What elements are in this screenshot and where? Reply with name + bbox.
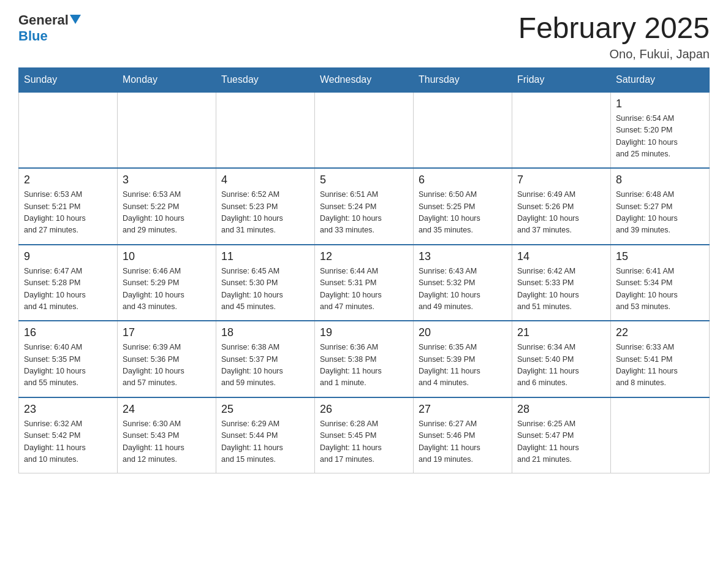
calendar-cell: 11Sunrise: 6:45 AM Sunset: 5:30 PM Dayli…	[216, 245, 315, 321]
calendar-cell	[414, 92, 512, 169]
day-info: Sunrise: 6:35 AM Sunset: 5:39 PM Dayligh…	[419, 342, 507, 389]
day-number: 19	[320, 326, 408, 339]
calendar-week-2: 2Sunrise: 6:53 AM Sunset: 5:21 PM Daylig…	[19, 168, 710, 245]
day-info: Sunrise: 6:28 AM Sunset: 5:45 PM Dayligh…	[320, 418, 408, 466]
day-info: Sunrise: 6:43 AM Sunset: 5:32 PM Dayligh…	[419, 266, 507, 313]
day-info: Sunrise: 6:40 AM Sunset: 5:35 PM Dayligh…	[24, 342, 112, 389]
title-section: February 2025 Ono, Fukui, Japan	[518, 12, 710, 61]
day-number: 27	[419, 403, 507, 416]
day-number: 5	[320, 174, 408, 186]
calendar-cell: 2Sunrise: 6:53 AM Sunset: 5:21 PM Daylig…	[19, 168, 118, 245]
day-number: 10	[123, 250, 211, 263]
day-info: Sunrise: 6:25 AM Sunset: 5:47 PM Dayligh…	[517, 418, 605, 466]
calendar-table: SundayMondayTuesdayWednesdayThursdayFrid…	[18, 67, 710, 474]
day-info: Sunrise: 6:51 AM Sunset: 5:24 PM Dayligh…	[320, 189, 408, 237]
month-title: February 2025	[518, 12, 710, 45]
calendar-cell: 16Sunrise: 6:40 AM Sunset: 5:35 PM Dayli…	[19, 321, 118, 397]
calendar-cell: 1Sunrise: 6:54 AM Sunset: 5:20 PM Daylig…	[611, 92, 710, 169]
calendar-cell: 28Sunrise: 6:25 AM Sunset: 5:47 PM Dayli…	[512, 397, 611, 473]
calendar-header-friday: Friday	[512, 67, 611, 92]
logo-blue: Blue	[18, 28, 48, 44]
calendar-cell	[315, 92, 414, 169]
day-number: 15	[616, 250, 704, 263]
day-info: Sunrise: 6:32 AM Sunset: 5:42 PM Dayligh…	[24, 418, 112, 466]
calendar-cell: 20Sunrise: 6:35 AM Sunset: 5:39 PM Dayli…	[414, 321, 512, 397]
calendar-header-tuesday: Tuesday	[216, 67, 315, 92]
calendar-cell: 19Sunrise: 6:36 AM Sunset: 5:38 PM Dayli…	[315, 321, 414, 397]
day-info: Sunrise: 6:29 AM Sunset: 5:44 PM Dayligh…	[221, 418, 309, 466]
day-info: Sunrise: 6:46 AM Sunset: 5:29 PM Dayligh…	[123, 266, 211, 313]
calendar-header-row: SundayMondayTuesdayWednesdayThursdayFrid…	[19, 67, 710, 92]
calendar-week-3: 9Sunrise: 6:47 AM Sunset: 5:28 PM Daylig…	[19, 245, 710, 321]
calendar-cell: 14Sunrise: 6:42 AM Sunset: 5:33 PM Dayli…	[512, 245, 611, 321]
calendar-cell: 12Sunrise: 6:44 AM Sunset: 5:31 PM Dayli…	[315, 245, 414, 321]
day-number: 23	[24, 403, 112, 416]
calendar-cell: 25Sunrise: 6:29 AM Sunset: 5:44 PM Dayli…	[216, 397, 315, 473]
day-info: Sunrise: 6:54 AM Sunset: 5:20 PM Dayligh…	[616, 113, 704, 161]
day-number: 3	[123, 174, 211, 186]
day-number: 25	[221, 403, 309, 416]
day-number: 4	[221, 174, 309, 186]
calendar-cell: 4Sunrise: 6:52 AM Sunset: 5:23 PM Daylig…	[216, 168, 315, 245]
calendar-cell: 17Sunrise: 6:39 AM Sunset: 5:36 PM Dayli…	[118, 321, 216, 397]
day-info: Sunrise: 6:38 AM Sunset: 5:37 PM Dayligh…	[221, 342, 309, 389]
calendar-cell: 9Sunrise: 6:47 AM Sunset: 5:28 PM Daylig…	[19, 245, 118, 321]
day-info: Sunrise: 6:42 AM Sunset: 5:33 PM Dayligh…	[517, 266, 605, 313]
calendar-cell: 26Sunrise: 6:28 AM Sunset: 5:45 PM Dayli…	[315, 397, 414, 473]
day-number: 12	[320, 250, 408, 263]
calendar-cell: 3Sunrise: 6:53 AM Sunset: 5:22 PM Daylig…	[118, 168, 216, 245]
day-number: 16	[24, 326, 112, 339]
day-info: Sunrise: 6:33 AM Sunset: 5:41 PM Dayligh…	[616, 342, 704, 389]
day-number: 21	[517, 326, 605, 339]
calendar-cell: 13Sunrise: 6:43 AM Sunset: 5:32 PM Dayli…	[414, 245, 512, 321]
day-info: Sunrise: 6:48 AM Sunset: 5:27 PM Dayligh…	[616, 189, 704, 237]
calendar-cell: 21Sunrise: 6:34 AM Sunset: 5:40 PM Dayli…	[512, 321, 611, 397]
day-number: 2	[24, 174, 112, 186]
calendar-header-thursday: Thursday	[414, 67, 512, 92]
day-number: 20	[419, 326, 507, 339]
day-number: 17	[123, 326, 211, 339]
day-number: 11	[221, 250, 309, 263]
day-info: Sunrise: 6:34 AM Sunset: 5:40 PM Dayligh…	[517, 342, 605, 389]
day-info: Sunrise: 6:49 AM Sunset: 5:26 PM Dayligh…	[517, 189, 605, 237]
calendar-cell	[611, 397, 710, 473]
calendar-header-monday: Monday	[118, 67, 216, 92]
day-number: 18	[221, 326, 309, 339]
day-number: 7	[517, 174, 605, 186]
day-info: Sunrise: 6:39 AM Sunset: 5:36 PM Dayligh…	[123, 342, 211, 389]
calendar-cell: 10Sunrise: 6:46 AM Sunset: 5:29 PM Dayli…	[118, 245, 216, 321]
calendar-week-5: 23Sunrise: 6:32 AM Sunset: 5:42 PM Dayli…	[19, 397, 710, 473]
calendar-cell: 22Sunrise: 6:33 AM Sunset: 5:41 PM Dayli…	[611, 321, 710, 397]
day-info: Sunrise: 6:41 AM Sunset: 5:34 PM Dayligh…	[616, 266, 704, 313]
calendar-cell: 8Sunrise: 6:48 AM Sunset: 5:27 PM Daylig…	[611, 168, 710, 245]
calendar-header-wednesday: Wednesday	[315, 67, 414, 92]
day-info: Sunrise: 6:30 AM Sunset: 5:43 PM Dayligh…	[123, 418, 211, 466]
calendar-week-1: 1Sunrise: 6:54 AM Sunset: 5:20 PM Daylig…	[19, 92, 710, 169]
calendar-cell: 27Sunrise: 6:27 AM Sunset: 5:46 PM Dayli…	[414, 397, 512, 473]
logo-general: General	[18, 12, 69, 28]
calendar-cell: 5Sunrise: 6:51 AM Sunset: 5:24 PM Daylig…	[315, 168, 414, 245]
calendar-header-sunday: Sunday	[19, 67, 118, 92]
logo: General Blue	[18, 12, 81, 44]
day-info: Sunrise: 6:45 AM Sunset: 5:30 PM Dayligh…	[221, 266, 309, 313]
day-number: 13	[419, 250, 507, 263]
page-header: General Blue February 2025 Ono, Fukui, J…	[18, 12, 710, 61]
day-number: 24	[123, 403, 211, 416]
day-info: Sunrise: 6:53 AM Sunset: 5:21 PM Dayligh…	[24, 189, 112, 237]
day-number: 1	[616, 98, 704, 110]
calendar-header-saturday: Saturday	[611, 67, 710, 92]
day-number: 8	[616, 174, 704, 186]
calendar-cell	[512, 92, 611, 169]
calendar-cell	[118, 92, 216, 169]
calendar-cell	[19, 92, 118, 169]
day-number: 28	[517, 403, 605, 416]
day-number: 14	[517, 250, 605, 263]
calendar-week-4: 16Sunrise: 6:40 AM Sunset: 5:35 PM Dayli…	[19, 321, 710, 397]
calendar-cell: 23Sunrise: 6:32 AM Sunset: 5:42 PM Dayli…	[19, 397, 118, 473]
day-number: 9	[24, 250, 112, 263]
day-info: Sunrise: 6:44 AM Sunset: 5:31 PM Dayligh…	[320, 266, 408, 313]
location: Ono, Fukui, Japan	[518, 47, 710, 61]
day-info: Sunrise: 6:27 AM Sunset: 5:46 PM Dayligh…	[419, 418, 507, 466]
day-info: Sunrise: 6:52 AM Sunset: 5:23 PM Dayligh…	[221, 189, 309, 237]
day-info: Sunrise: 6:50 AM Sunset: 5:25 PM Dayligh…	[419, 189, 507, 237]
